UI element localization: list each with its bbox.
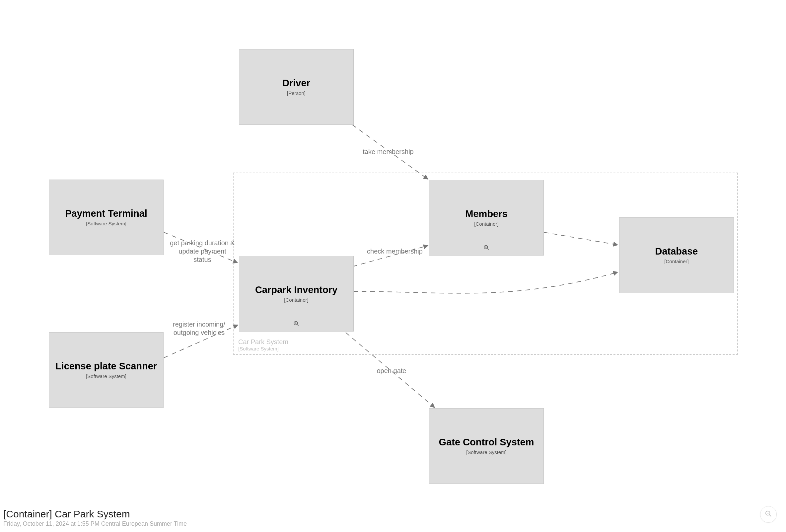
system-boundary-stereo: [Software System] [238, 346, 288, 351]
edge-label-payment-inventory: get parking duration & update payment st… [169, 239, 236, 264]
node-database-stereo: [Container] [664, 258, 689, 264]
node-gate-title: Gate Control System [439, 437, 534, 448]
diagram-canvas: Car Park System [Software System] Driver… [0, 0, 786, 532]
node-gate-control[interactable]: Gate Control System [Software System] [429, 408, 544, 484]
edge-label-open-gate: open gate [358, 367, 425, 375]
zoom-in-icon[interactable] [293, 321, 299, 328]
node-members[interactable]: Members [Container] [429, 180, 544, 256]
node-inventory-stereo: [Container] [284, 297, 308, 303]
zoom-out-icon [765, 510, 772, 519]
node-database[interactable]: Database [Container] [619, 217, 734, 293]
node-license-scanner[interactable]: License plate Scanner [Software System] [49, 332, 164, 408]
edge-label-take-membership: take membership [348, 148, 428, 156]
node-driver[interactable]: Driver [Person] [239, 49, 354, 125]
node-driver-title: Driver [282, 78, 310, 89]
svg-line-11 [297, 324, 299, 326]
diagram-timestamp: Friday, October 11, 2024 at 1:55 PM Cent… [3, 521, 187, 527]
node-payment-stereo: [Software System] [86, 221, 126, 227]
svg-line-0 [352, 125, 428, 179]
diagram-footer: [Container] Car Park System Friday, Octo… [3, 508, 187, 527]
node-inventory-title: Carpark Inventory [255, 284, 338, 295]
diagram-title: [Container] Car Park System [3, 508, 187, 520]
system-boundary-name: Car Park System [238, 338, 288, 346]
node-database-title: Database [655, 246, 698, 257]
zoom-in-icon[interactable] [483, 245, 489, 252]
svg-line-7 [487, 248, 489, 250]
node-members-stereo: [Container] [474, 221, 498, 227]
node-gate-stereo: [Software System] [466, 449, 507, 455]
zoom-out-button[interactable] [760, 506, 777, 523]
system-boundary-label: Car Park System [Software System] [238, 338, 288, 351]
svg-line-2 [164, 325, 238, 358]
svg-line-15 [769, 515, 771, 517]
node-driver-stereo: [Person] [287, 90, 306, 96]
node-scanner-stereo: [Software System] [86, 373, 126, 379]
edge-label-scanner-inventory: register incoming/ outgoing vehicles [166, 320, 232, 337]
node-payment-terminal[interactable]: Payment Terminal [Software System] [49, 180, 164, 255]
node-scanner-title: License plate Scanner [55, 361, 157, 372]
node-payment-title: Payment Terminal [65, 208, 147, 219]
node-members-title: Members [465, 208, 507, 219]
svg-line-1 [164, 232, 237, 263]
node-carpark-inventory[interactable]: Carpark Inventory [Container] [239, 256, 354, 331]
